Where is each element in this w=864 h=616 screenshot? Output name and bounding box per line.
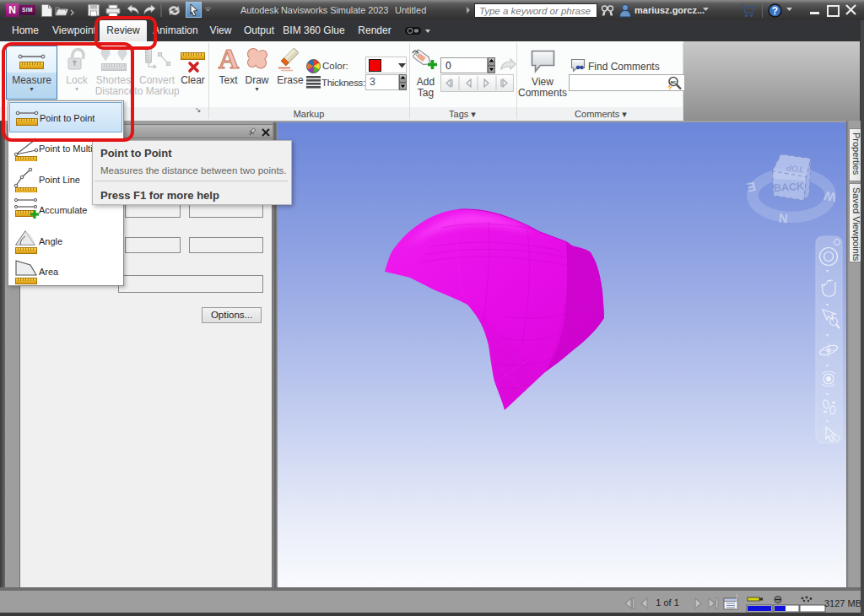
svg-text:N: N — [778, 211, 788, 226]
svg-text:BACK: BACK — [774, 181, 805, 194]
svg-text:▾: ▾ — [826, 332, 829, 338]
svg-text:ac: ac — [671, 79, 677, 84]
svg-text:?: ? — [772, 5, 778, 17]
svg-text:▾: ▾ — [826, 302, 829, 307]
svg-text:▾: ▾ — [826, 268, 829, 273]
svg-text:▾: ▾ — [826, 419, 829, 424]
svg-text:▾: ▾ — [826, 363, 829, 368]
svg-text:▾: ▾ — [826, 392, 829, 397]
